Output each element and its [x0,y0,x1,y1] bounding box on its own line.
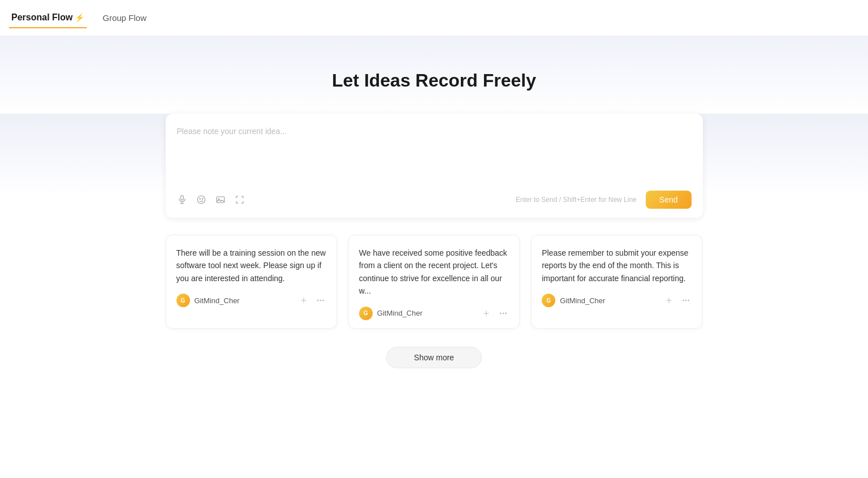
input-card: Enter to Send / Shift+Enter for New Line… [166,114,703,218]
group-flow-label: Group Flow [102,13,146,23]
svg-point-15 [500,313,501,314]
svg-point-12 [322,300,323,301]
send-hint: Enter to Send / Shift+Enter for New Line [516,196,637,204]
idea-card: There will be a training session on the … [166,235,337,329]
top-nav: Personal Flow⚡ Group Flow [0,0,868,36]
author-avatar: G [542,294,555,307]
author-avatar: G [176,294,190,307]
svg-rect-0 [180,196,183,200]
main-content: Enter to Send / Shift+Enter for New Line… [0,114,868,391]
idea-card: Please remember to submit your expense r… [531,235,702,329]
show-more-container: Show more [386,347,482,368]
card-author: G GitMind_Cher [176,294,240,307]
author-name: GitMind_Cher [377,309,422,317]
nav-group-flow[interactable]: Group Flow [100,8,149,27]
toolbar-right: Enter to Send / Shift+Enter for New Line… [516,191,692,209]
card-author: G GitMind_Cher [542,294,605,307]
svg-point-22 [688,300,689,301]
card-footer: G GitMind_Cher [359,307,509,320]
svg-rect-6 [217,197,224,203]
card-actions [663,295,692,306]
toolbar-left [177,195,245,205]
card-add-button[interactable] [481,308,492,319]
emoji-icon[interactable] [196,195,206,205]
svg-point-21 [685,300,686,301]
send-button[interactable]: Send [646,191,692,209]
idea-card: We have received some positive feedback … [348,235,520,329]
card-actions [481,308,509,319]
card-more-button[interactable] [680,295,692,306]
svg-point-20 [683,300,684,301]
svg-point-16 [503,313,504,314]
svg-point-10 [317,300,318,301]
author-name: GitMind_Cher [195,296,240,305]
personal-flow-label: Personal Flow [11,12,72,23]
card-add-button[interactable] [663,295,675,306]
lightning-icon: ⚡ [75,13,84,22]
card-text: There will be a training session on the … [176,247,326,285]
hero-title: Let Ideas Record Freely [332,70,536,91]
card-text: Please remember to submit your expense r… [542,247,692,285]
author-avatar: G [359,307,373,320]
nav-personal-flow[interactable]: Personal Flow⚡ [9,8,87,28]
show-more-button[interactable]: Show more [386,347,482,368]
mic-icon[interactable] [177,195,187,205]
svg-point-17 [506,313,507,314]
svg-point-4 [200,199,201,200]
card-more-button[interactable] [498,308,509,319]
image-icon[interactable] [215,195,226,205]
idea-input[interactable] [177,125,692,182]
card-footer: G GitMind_Cher [176,294,326,307]
svg-point-11 [320,300,321,301]
card-author: G GitMind_Cher [359,307,422,320]
card-more-button[interactable] [315,295,326,306]
card-add-button[interactable] [298,295,309,306]
author-name: GitMind_Cher [560,296,605,305]
cards-section: There will be a training session on the … [166,235,703,329]
svg-point-3 [197,196,205,204]
svg-point-5 [202,199,203,200]
input-toolbar: Enter to Send / Shift+Enter for New Line… [177,191,692,209]
card-footer: G GitMind_Cher [542,294,692,307]
card-text: We have received some positive feedback … [359,247,509,298]
card-actions [298,295,326,306]
expand-icon[interactable] [235,195,245,205]
hero-section: Let Ideas Record Freely [0,36,868,114]
